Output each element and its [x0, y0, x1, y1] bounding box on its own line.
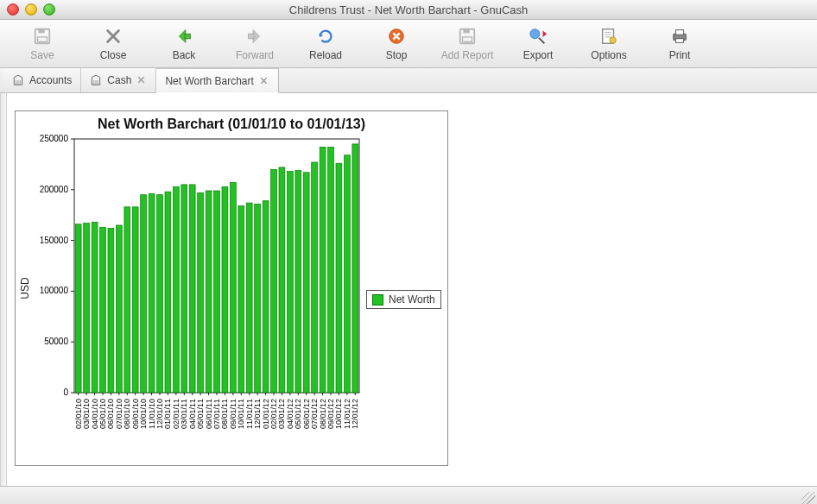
bar-06/01/12: [303, 173, 309, 393]
bar-07/01/11: [214, 191, 220, 393]
arrow-right-icon: [244, 26, 265, 47]
bar-11/01/10: [149, 194, 155, 394]
print-button[interactable]: Print: [646, 26, 713, 61]
window-titlebar: Childrens Trust - Net Worth Barchart - G…: [0, 0, 817, 20]
bar-11/01/11: [246, 203, 252, 393]
options-icon: [598, 26, 619, 47]
bar-07/01/10: [117, 225, 123, 393]
bar-12/01/10: [157, 195, 163, 393]
bar-08/01/11: [222, 186, 228, 393]
bar-10/01/12: [336, 163, 342, 393]
toolbar-label: Save: [30, 49, 54, 61]
bar-09/01/12: [328, 147, 334, 393]
floppy-icon: [32, 26, 53, 47]
reload-button[interactable]: Reload: [292, 26, 359, 61]
save-button: Save: [9, 26, 76, 61]
svg-rect-13: [675, 30, 683, 35]
bar-07/01/12: [312, 162, 318, 393]
export-button[interactable]: Export: [504, 26, 572, 61]
bar-01/01/11: [165, 192, 171, 393]
back-button[interactable]: Back: [150, 26, 218, 61]
toolbar-label: Print: [669, 49, 691, 61]
export-icon: [528, 26, 548, 47]
bar-11/01/12: [345, 155, 351, 393]
window-minimize-button[interactable]: [25, 3, 37, 16]
toolbar-label: Close: [100, 49, 127, 61]
svg-text:250000: 250000: [40, 134, 69, 143]
x-icon: [103, 26, 124, 47]
bar-04/01/10: [92, 222, 98, 393]
bar-09/01/10: [132, 207, 138, 393]
refresh-icon: [315, 26, 336, 47]
report-viewport: Net Worth Barchart (01/01/10 to 01/01/13…: [0, 93, 817, 486]
traffic-lights: [7, 3, 55, 16]
ledger-icon: [90, 74, 102, 86]
toolbar-label: Back: [173, 49, 196, 61]
printer-icon: [669, 26, 690, 47]
svg-text:50000: 50000: [44, 337, 68, 346]
tab-label: Net Worth Barchart: [165, 75, 253, 87]
options-button[interactable]: Options: [575, 26, 643, 61]
main-toolbar: Save Close Back Forward Reload Stop Add …: [0, 20, 817, 68]
ledger-icon: [12, 74, 24, 86]
window-close-button[interactable]: [7, 3, 19, 16]
add-report-button: Add Report: [434, 26, 501, 61]
bar-08/01/10: [124, 207, 130, 393]
bar-12/01/12: [352, 144, 358, 393]
bar-04/01/11: [189, 185, 195, 393]
svg-text:12/01/12: 12/01/12: [351, 399, 359, 429]
svg-rect-1: [38, 29, 44, 34]
svg-point-11: [610, 37, 616, 43]
legend-label: Net Worth: [389, 293, 435, 306]
svg-rect-3: [185, 34, 190, 39]
svg-rect-2: [38, 37, 48, 41]
bar-10/01/10: [141, 195, 147, 393]
bar-12/01/11: [255, 204, 261, 393]
svg-point-9: [530, 29, 540, 39]
tab-net-worth[interactable]: Net Worth Barchart: [156, 68, 278, 93]
svg-text:0: 0: [63, 387, 68, 397]
toolbar-label: Add Report: [441, 49, 494, 61]
close-button[interactable]: Close: [79, 26, 147, 61]
left-gutter: [1, 93, 7, 486]
toolbar-label: Forward: [236, 49, 274, 61]
bar-02/01/10: [75, 224, 81, 393]
window-zoom-button[interactable]: [43, 3, 55, 16]
bar-04/01/12: [288, 172, 294, 393]
bar-09/01/11: [231, 183, 237, 393]
tab-label: Cash: [107, 74, 131, 86]
bar-03/01/12: [279, 167, 285, 393]
status-bar: [0, 486, 817, 504]
bar-08/01/12: [320, 147, 326, 393]
svg-text:100000: 100000: [40, 286, 69, 295]
toolbar-label: Export: [523, 49, 554, 61]
bar-03/01/11: [181, 185, 187, 393]
tab-label: Accounts: [29, 74, 72, 86]
toolbar-label: Stop: [386, 49, 408, 61]
forward-button: Forward: [221, 26, 288, 61]
chart-legend: Net Worth: [366, 290, 441, 309]
bar-03/01/10: [84, 224, 90, 393]
bar-06/01/10: [108, 229, 114, 394]
document-tabs: AccountsCashNet Worth Barchart: [0, 68, 817, 93]
tab-cash[interactable]: Cash: [81, 68, 156, 92]
window-resize-grip[interactable]: [801, 492, 815, 504]
svg-rect-4: [249, 34, 254, 39]
floppy-plus-icon: [457, 26, 478, 47]
stop-button[interactable]: Stop: [363, 26, 430, 61]
svg-rect-14: [675, 39, 683, 43]
svg-text:150000: 150000: [40, 236, 69, 245]
stop-icon: [386, 26, 407, 47]
chart-title: Net Worth Barchart (01/01/10 to 01/01/13…: [16, 117, 447, 132]
toolbar-label: Options: [591, 49, 626, 61]
svg-rect-7: [463, 29, 469, 34]
bar-05/01/11: [198, 192, 204, 393]
tab-close-button[interactable]: [259, 76, 269, 86]
arrow-left-icon: [174, 26, 194, 47]
bar-05/01/10: [100, 227, 106, 393]
bar-06/01/11: [206, 191, 212, 393]
svg-text:200000: 200000: [40, 185, 69, 194]
tab-accounts[interactable]: Accounts: [3, 68, 81, 92]
legend-swatch-net-worth: [372, 294, 383, 306]
tab-close-button[interactable]: [136, 75, 147, 85]
